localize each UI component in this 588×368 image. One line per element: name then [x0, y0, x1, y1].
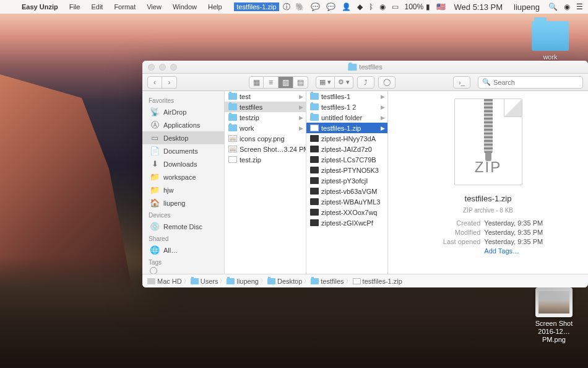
preview-filename: testfiles-1.zip — [465, 194, 512, 203]
bluetooth-icon[interactable]: ᛒ — [369, 2, 373, 11]
file-item[interactable]: ziptest-XXOox7wq — [306, 207, 387, 217]
menu-view[interactable]: View — [141, 0, 167, 14]
notification-center-icon[interactable]: ☰ — [576, 2, 583, 11]
search-input[interactable] — [493, 79, 579, 86]
sidebar-item-desktop[interactable]: ▭Desktop — [142, 131, 224, 144]
siri-icon[interactable]: ◉ — [564, 2, 570, 11]
sidebar-icon: 🏠 — [150, 199, 160, 208]
share-button[interactable]: ⤴ — [357, 76, 374, 89]
list-view-button[interactable]: ≡ — [264, 76, 279, 89]
path-segment[interactable]: Users — [191, 278, 218, 285]
exec-icon — [310, 167, 319, 173]
spotlight-icon[interactable]: 🔍 — [548, 2, 558, 11]
file-item[interactable]: ziptest-PTYNO5K3 — [306, 165, 387, 175]
sidebar-item-workspace[interactable]: 📁workspace — [142, 170, 224, 183]
sidebar: Favorites 📡AirDropⒶApplications▭Desktop📄… — [142, 91, 225, 274]
file-item[interactable]: test.zip — [225, 154, 306, 165]
meta-label: Created — [393, 219, 484, 228]
menu-window[interactable]: Window — [167, 0, 202, 14]
file-item[interactable]: Screen Shot…3.24 PM.png — [225, 144, 306, 154]
file-item[interactable]: testfiles▶ — [225, 102, 306, 112]
wechat-icon[interactable]: 💬 — [311, 2, 320, 11]
file-item[interactable]: icons copy.png — [225, 133, 306, 144]
action-button[interactable]: ⚙ ▾ — [335, 76, 353, 89]
menu-file[interactable]: File — [64, 0, 86, 14]
sidebar-icon: 🌐 — [150, 246, 160, 255]
file-item[interactable]: test▶ — [225, 91, 306, 102]
menu-format[interactable]: Format — [108, 0, 141, 14]
path-segment[interactable]: testfiles-1.zip — [353, 278, 402, 285]
adobe-icon[interactable]: ◆ — [357, 2, 363, 11]
evernote-icon[interactable]: 🐘 — [295, 2, 305, 11]
png-icon — [228, 135, 237, 142]
exec-icon — [310, 135, 319, 142]
sidebar-item-downloads[interactable]: ⬇Downloads — [142, 157, 224, 170]
status-icon[interactable]: ⓘ — [283, 2, 290, 12]
coverflow-view-button[interactable]: ▤ — [293, 76, 308, 89]
zoom-button[interactable] — [170, 64, 177, 71]
path-button[interactable]: ›_ — [453, 76, 470, 89]
file-item[interactable]: testzip▶ — [225, 112, 306, 123]
file-item[interactable]: ziptest-JAIZd7z0 — [306, 144, 387, 154]
path-segment[interactable]: Mac HD — [147, 278, 182, 285]
sidebar-item-documents[interactable]: 📄Documents — [142, 144, 224, 157]
folder-icon — [228, 114, 237, 121]
sidebar-item-all…[interactable]: 🌐All… — [142, 243, 224, 256]
sidebar-item-liupeng[interactable]: 🏠liupeng — [142, 196, 224, 209]
sidebar-item-applications[interactable]: ⒶApplications — [142, 118, 224, 131]
tags-button[interactable]: ◯ — [378, 76, 396, 89]
exec-icon — [310, 156, 319, 163]
column-2[interactable]: testfiles-1▶testfiles-1 2▶untitled folde… — [306, 91, 388, 274]
chevron-right-icon: ▶ — [299, 115, 303, 121]
input-source-icon[interactable]: 🇺🇸 — [436, 2, 446, 11]
menubar-username[interactable]: liupeng — [511, 2, 542, 12]
close-button[interactable] — [148, 64, 155, 71]
path-segment[interactable]: liupeng — [227, 278, 258, 285]
path-segment[interactable]: Desktop — [267, 278, 302, 285]
back-button[interactable]: ‹ — [147, 76, 162, 89]
column-view-button[interactable]: ▥ — [279, 76, 293, 89]
file-item[interactable]: ziptest-LCs7C79B — [306, 154, 387, 165]
app-menu[interactable]: Easy Unzip — [16, 0, 64, 14]
desktop-folder-work[interactable]: work — [529, 21, 572, 61]
apple-menu[interactable] — [5, 0, 16, 14]
file-item[interactable]: ziptest-HNyy73dA — [306, 133, 387, 144]
tag-circle[interactable] — [150, 267, 157, 274]
path-segment[interactable]: testfiles — [311, 278, 344, 285]
user-icon[interactable]: 👤 — [342, 2, 351, 11]
file-item[interactable]: ziptest-WBAuYML3 — [306, 196, 387, 207]
file-item[interactable]: testfiles-1 2▶ — [306, 102, 387, 112]
menu-edit[interactable]: Edit — [85, 0, 108, 14]
titlebar[interactable]: testfiles — [142, 61, 588, 74]
chat-icon[interactable]: 💬 — [326, 2, 335, 11]
icon-view-button[interactable]: ▦ — [249, 76, 264, 89]
minimize-button[interactable] — [159, 64, 166, 71]
sidebar-icon: ▭ — [150, 134, 160, 142]
add-tags-link[interactable]: Add Tags… — [484, 247, 519, 256]
menu-help[interactable]: Help — [202, 0, 228, 14]
file-item[interactable]: untitled folder▶ — [306, 112, 387, 123]
file-item[interactable]: ziptest-vb63aVGM — [306, 186, 387, 196]
wifi-icon[interactable]: ◉ — [379, 2, 386, 11]
zip-icon — [310, 125, 319, 131]
column-1[interactable]: test▶testfiles▶testzip▶work▶icons copy.p… — [225, 91, 306, 274]
arrange-button[interactable]: ▦ ▾ — [316, 76, 335, 89]
file-item[interactable]: ziptest-pY3ofcjI — [306, 175, 387, 186]
sidebar-item-remote disc[interactable]: 💿Remote Disc — [142, 220, 224, 233]
file-item[interactable]: work▶ — [225, 123, 306, 133]
sidebar-icon: 📄 — [150, 147, 160, 156]
forward-button[interactable]: › — [162, 76, 177, 89]
file-item[interactable]: ziptest-zGIXwcPf — [306, 217, 387, 228]
sidebar-item-hjw[interactable]: 📁hjw — [142, 183, 224, 196]
file-item[interactable]: testfiles-1▶ — [306, 91, 387, 102]
sidebar-item-airdrop[interactable]: 📡AirDrop — [142, 105, 224, 118]
toolbar: ‹ › ▦ ≡ ▥ ▤ ▦ ▾ ⚙ ▾ ⤴ ◯ ›_ 🔍 — [142, 74, 588, 91]
desktop-screenshot[interactable]: Screen Shot 2016-12…PM.png — [532, 287, 576, 344]
airplay-icon[interactable]: ▭ — [392, 2, 399, 11]
battery-icon[interactable]: 100% ▮ — [405, 2, 430, 11]
exec-icon — [310, 188, 319, 195]
search-field[interactable]: 🔍 — [478, 76, 583, 89]
file-item[interactable]: testfiles-1.zip▶ — [306, 123, 387, 133]
image-icon — [535, 287, 573, 317]
clock[interactable]: Wed 5:13 PM — [452, 2, 506, 12]
